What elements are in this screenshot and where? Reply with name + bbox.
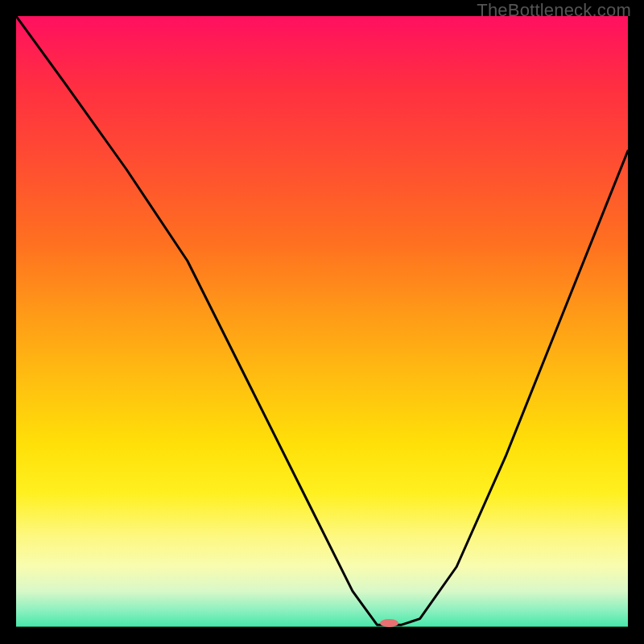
chart-svg-layer bbox=[16, 16, 628, 628]
attribution-text: TheBottleneck.com bbox=[477, 0, 631, 21]
chart-container: TheBottleneck.com bbox=[0, 0, 644, 644]
bottleneck-curve bbox=[16, 16, 628, 625]
